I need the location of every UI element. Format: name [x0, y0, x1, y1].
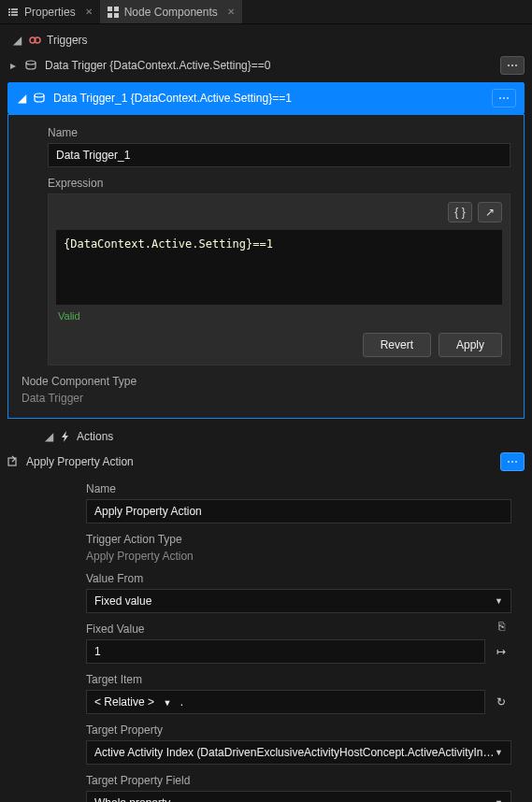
target-prop-select[interactable]: Active Activity Index (DataDrivenExclusi…	[86, 740, 511, 765]
trigger-type-value: Apply Property Action	[86, 550, 511, 563]
select-prefix: < Relative > ▼ .	[94, 695, 183, 709]
expression-label: Expression	[48, 177, 510, 190]
value-from-label: Value From	[86, 572, 511, 585]
expand-icon: ↗	[485, 206, 495, 219]
close-icon[interactable]: ✕	[85, 7, 93, 17]
tab-label: Properties	[24, 6, 76, 19]
valid-status: Valid	[58, 310, 500, 322]
triggers-icon	[28, 34, 41, 47]
svg-rect-1	[114, 7, 119, 11]
expression-code[interactable]: {DataContext.Active.Setting}==1	[56, 230, 502, 305]
more-button[interactable]: ⋯	[500, 452, 525, 471]
value-from-select[interactable]: Fixed value ▼	[86, 589, 511, 613]
list-icon	[7, 7, 19, 18]
action-detail-panel: Name Trigger Action Type Apply Property …	[7, 477, 525, 802]
trigger-label: Data Trigger {DataContext.Active.Setting…	[45, 59, 495, 72]
more-icon: ⋯	[507, 59, 518, 72]
tab-bar: Properties ✕ Node Components ✕	[0, 0, 532, 24]
svg-point-7	[35, 93, 44, 97]
target-field-label: Target Property Field	[86, 774, 511, 787]
expand-button[interactable]: ↗	[478, 202, 502, 222]
trigger-detail-panel: Name Expression { } ↗ {DataContext.Activ…	[7, 114, 525, 419]
name-label: Name	[86, 482, 511, 495]
target-item-select[interactable]: < Relative > ▼ .	[86, 690, 485, 714]
select-value: Fixed value	[94, 594, 151, 608]
action-label: Apply Property Action	[26, 455, 495, 468]
triggers-label: Triggers	[47, 34, 88, 47]
trigger-type-label: Trigger Action Type	[86, 533, 511, 546]
trigger-row-active[interactable]: ◢ Data Trigger_1 {DataContext.Active.Set…	[7, 82, 525, 114]
svg-rect-2	[108, 13, 112, 18]
more-icon: ⋯	[507, 455, 518, 468]
more-button[interactable]: ⋯	[500, 56, 525, 75]
triggers-header[interactable]: ◢ Triggers	[0, 30, 532, 50]
tab-node-components[interactable]: Node Components ✕	[100, 0, 242, 23]
name-input[interactable]	[48, 143, 510, 167]
chevron-down-icon: ▼	[495, 798, 503, 802]
link-icon[interactable]: ↦	[491, 642, 511, 661]
export-icon[interactable]: ⎘	[491, 617, 511, 636]
apply-button[interactable]: Apply	[439, 333, 502, 357]
action-row[interactable]: Apply Property Action ⋯	[0, 447, 532, 477]
target-item-label: Target Item	[86, 673, 511, 686]
svg-rect-0	[108, 7, 112, 11]
name-label: Name	[48, 126, 510, 139]
target-prop-label: Target Property	[86, 723, 511, 737]
actions-label: Actions	[77, 430, 113, 443]
expression-editor: { } ↗ {DataContext.Active.Setting}==1 Va…	[48, 193, 510, 365]
fixed-value-label: Fixed Value	[86, 623, 144, 636]
svg-rect-3	[114, 13, 119, 18]
components-icon	[108, 7, 119, 18]
data-trigger-icon	[33, 92, 48, 105]
collapse-icon: ◢	[43, 430, 54, 443]
close-icon[interactable]: ✕	[227, 7, 235, 17]
bolt-icon	[60, 431, 71, 442]
trigger-label: Data Trigger_1 {DataContext.Active.Setti…	[53, 92, 486, 105]
more-icon: ⋯	[498, 92, 510, 105]
type-value: Data Trigger	[22, 392, 510, 405]
braces-icon: { }	[454, 206, 465, 219]
trigger-row[interactable]: ▸ Data Trigger {DataContext.Active.Setti…	[0, 50, 532, 80]
action-name-input[interactable]	[86, 499, 511, 523]
select-value: Active Activity Index (DataDrivenExclusi…	[94, 746, 495, 759]
data-trigger-icon	[24, 59, 39, 72]
tab-properties[interactable]: Properties ✕	[0, 0, 100, 23]
fixed-value-input[interactable]	[86, 639, 485, 664]
apply-action-icon	[7, 455, 21, 468]
braces-button[interactable]: { }	[448, 202, 472, 222]
chevron-down-icon: ▼	[495, 748, 503, 757]
expand-icon: ▸	[7, 59, 19, 72]
collapse-icon: ◢	[16, 92, 27, 105]
tab-label: Node Components	[124, 6, 218, 19]
actions-header[interactable]: ◢ Actions	[0, 426, 532, 447]
svg-point-6	[26, 61, 36, 64]
target-field-select[interactable]: Whole property ▼	[86, 791, 511, 802]
revert-button[interactable]: Revert	[363, 333, 431, 357]
refresh-icon[interactable]: ↻	[491, 693, 511, 711]
more-button[interactable]: ⋯	[492, 89, 516, 107]
chevron-down-icon: ▼	[495, 596, 503, 606]
collapse-icon: ◢	[11, 34, 22, 47]
type-label: Node Component Type	[22, 375, 510, 388]
select-value: Whole property	[94, 796, 170, 802]
